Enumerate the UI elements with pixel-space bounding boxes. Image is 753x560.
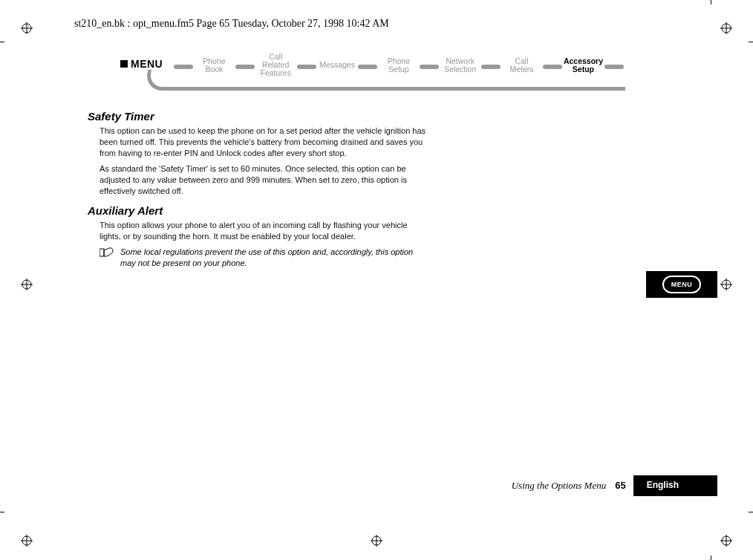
heading-auxiliary-alert: Auxiliary Alert (88, 204, 429, 217)
registration-mark-icon (21, 22, 33, 34)
svg-rect-21 (100, 249, 104, 256)
ribbon-connector (358, 65, 377, 69)
footer-language: English (633, 475, 717, 496)
ribbon-connector (297, 65, 316, 69)
menu-item-line2: Setup (379, 65, 418, 74)
print-hairline (711, 0, 711, 4)
paragraph: This option allows your phone to alert y… (100, 220, 429, 242)
menu-item-line2: Meters (502, 65, 541, 74)
footer-page-number: 65 (612, 475, 633, 496)
menu-item-phone-setup: Phone Setup (379, 57, 418, 74)
menu-items: Phone Book Call Related Features Message… (172, 53, 625, 77)
menu-item-network-selection: Network Selection (440, 57, 480, 74)
registration-mark-icon (720, 535, 732, 547)
registration-mark-icon (720, 279, 732, 290)
print-hairline (749, 512, 753, 512)
menu-item-line1: Phone (379, 57, 418, 65)
note: Some local regulations prevent the use o… (100, 247, 429, 269)
menu-item-messages: Messages (318, 61, 357, 69)
menu-item-phone-book: Phone Book (195, 57, 234, 74)
ribbon-connector (481, 65, 501, 69)
side-tab-label: MENU (662, 276, 701, 293)
document-header: st210_en.bk : opt_menu.fm5 Page 65 Tuesd… (74, 18, 389, 30)
ribbon-connector (543, 65, 562, 69)
menu-item-line2: Features (256, 69, 296, 77)
menu-item-line2: Selection (440, 65, 480, 74)
ribbon-connector (604, 65, 624, 69)
note-hand-icon (100, 247, 116, 269)
print-hairline (749, 42, 753, 42)
menu-item-line1: Accessory (564, 57, 603, 65)
menu-item-line2: Book (195, 65, 234, 74)
side-tab-menu: MENU (646, 271, 717, 298)
registration-mark-icon (21, 279, 33, 290)
print-hairline (0, 42, 4, 42)
menu-item-line1: Network (440, 57, 480, 65)
registration-mark-icon (21, 535, 33, 547)
menu-item-line2: Setup (564, 65, 603, 74)
ribbon-connector (174, 65, 193, 69)
print-hairline (711, 556, 711, 560)
menu-label-text: MENU (131, 58, 163, 70)
print-hairline (0, 512, 4, 512)
menu-item-line1: Call (502, 57, 541, 65)
paragraph: As standard the 'Safety Timer' is set to… (100, 163, 429, 197)
page-area: MENU Phone Book Call Related Features Me… (62, 45, 717, 515)
menu-navigation-ribbon: MENU Phone Book Call Related Features Me… (120, 58, 625, 94)
note-text: Some local regulations prevent the use o… (120, 247, 429, 269)
body-content: Safety Timer This option can be used to … (88, 110, 429, 269)
heading-safety-timer: Safety Timer (88, 110, 429, 123)
paragraph: This option can be used to keep the phon… (100, 126, 429, 159)
ribbon-connector (420, 65, 439, 69)
page-footer: Using the Options Menu 65 English (506, 475, 717, 496)
registration-mark-icon (371, 535, 382, 547)
menu-label: MENU (120, 58, 167, 70)
menu-item-accessory-setup: Accessory Setup (564, 57, 603, 74)
menu-item-call-related-features: Call Related Features (256, 53, 296, 77)
menu-square-icon (120, 60, 128, 68)
registration-mark-icon (720, 22, 732, 34)
footer-chapter: Using the Options Menu (506, 475, 612, 496)
ribbon-connector (235, 65, 255, 69)
menu-item-line1: Call Related (256, 53, 296, 69)
menu-item-line1: Phone (195, 57, 234, 65)
menu-item-call-meters: Call Meters (502, 57, 541, 74)
menu-item-line1: Messages (318, 61, 357, 69)
